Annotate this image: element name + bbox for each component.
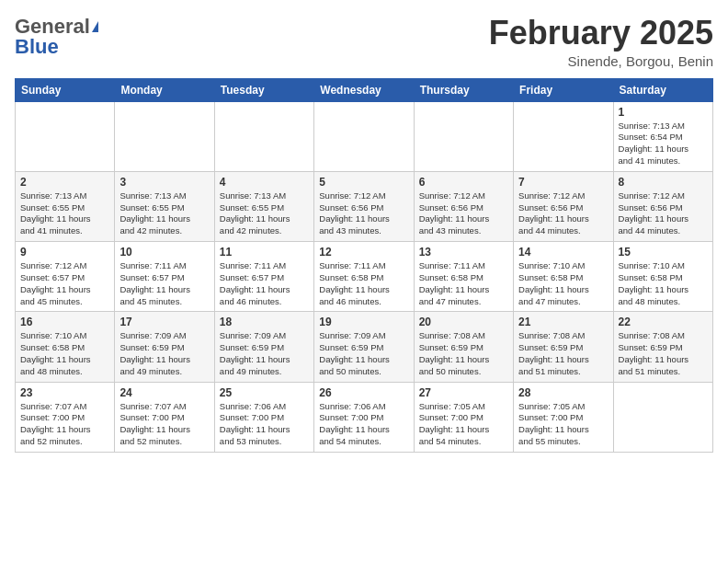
- calendar-cell: 3Sunrise: 7:13 AM Sunset: 6:55 PM Daylig…: [115, 171, 214, 241]
- day-number: 21: [518, 316, 608, 328]
- calendar-cell: 27Sunrise: 7:05 AM Sunset: 7:00 PM Dayli…: [414, 382, 513, 452]
- col-header-wednesday: Wednesday: [314, 78, 414, 101]
- day-number: 26: [319, 386, 408, 399]
- calendar-cell: [16, 101, 115, 171]
- calendar-cell: 4Sunrise: 7:13 AM Sunset: 6:55 PM Daylig…: [214, 171, 313, 241]
- calendar-table: SundayMondayTuesdayWednesdayThursdayFrid…: [15, 78, 713, 453]
- calendar-cell: 16Sunrise: 7:10 AM Sunset: 6:58 PM Dayli…: [16, 312, 115, 382]
- calendar-cell: 12Sunrise: 7:11 AM Sunset: 6:58 PM Dayli…: [314, 242, 414, 312]
- calendar-cell: [514, 101, 613, 171]
- day-info: Sunrise: 7:12 AM Sunset: 6:56 PM Dayligh…: [518, 190, 608, 237]
- day-number: 28: [518, 386, 608, 399]
- calendar-cell: 7Sunrise: 7:12 AM Sunset: 6:56 PM Daylig…: [514, 171, 613, 241]
- day-number: 7: [518, 176, 608, 189]
- calendar-week-row: 1Sunrise: 7:13 AM Sunset: 6:54 PM Daylig…: [16, 101, 713, 171]
- col-header-sunday: Sunday: [16, 78, 115, 101]
- day-info: Sunrise: 7:06 AM Sunset: 7:00 PM Dayligh…: [319, 401, 408, 448]
- day-info: Sunrise: 7:05 AM Sunset: 7:00 PM Dayligh…: [518, 401, 608, 448]
- calendar-cell: 2Sunrise: 7:13 AM Sunset: 6:55 PM Daylig…: [16, 171, 115, 241]
- day-info: Sunrise: 7:13 AM Sunset: 6:55 PM Dayligh…: [20, 190, 109, 237]
- calendar-cell: 26Sunrise: 7:06 AM Sunset: 7:00 PM Dayli…: [314, 382, 414, 452]
- col-header-thursday: Thursday: [414, 78, 513, 101]
- calendar-cell: 22Sunrise: 7:08 AM Sunset: 6:59 PM Dayli…: [613, 312, 712, 382]
- day-info: Sunrise: 7:12 AM Sunset: 6:56 PM Dayligh…: [619, 190, 708, 237]
- day-info: Sunrise: 7:12 AM Sunset: 6:57 PM Dayligh…: [20, 260, 109, 307]
- calendar-cell: 10Sunrise: 7:11 AM Sunset: 6:57 PM Dayli…: [115, 242, 214, 312]
- day-info: Sunrise: 7:11 AM Sunset: 6:58 PM Dayligh…: [419, 260, 508, 307]
- day-number: 14: [518, 246, 608, 259]
- logo-blue-text: Blue: [15, 35, 59, 59]
- day-info: Sunrise: 7:07 AM Sunset: 7:00 PM Dayligh…: [20, 401, 109, 448]
- calendar-cell: 14Sunrise: 7:10 AM Sunset: 6:58 PM Dayli…: [514, 242, 613, 312]
- day-info: Sunrise: 7:08 AM Sunset: 6:59 PM Dayligh…: [419, 330, 508, 377]
- day-info: Sunrise: 7:10 AM Sunset: 6:58 PM Dayligh…: [518, 260, 608, 307]
- day-info: Sunrise: 7:09 AM Sunset: 6:59 PM Dayligh…: [319, 330, 408, 377]
- col-header-friday: Friday: [514, 78, 613, 101]
- day-info: Sunrise: 7:07 AM Sunset: 7:00 PM Dayligh…: [119, 401, 209, 448]
- day-number: 25: [220, 386, 309, 399]
- calendar-cell: 6Sunrise: 7:12 AM Sunset: 6:56 PM Daylig…: [414, 171, 513, 241]
- day-number: 23: [20, 386, 109, 399]
- day-info: Sunrise: 7:10 AM Sunset: 6:58 PM Dayligh…: [619, 260, 708, 307]
- title-block: February 2025 Sinende, Borgou, Benin: [489, 15, 713, 69]
- calendar-cell: 28Sunrise: 7:05 AM Sunset: 7:00 PM Dayli…: [514, 382, 613, 452]
- calendar-week-row: 9Sunrise: 7:12 AM Sunset: 6:57 PM Daylig…: [16, 242, 713, 312]
- calendar-cell: [314, 101, 414, 171]
- calendar-cell: 17Sunrise: 7:09 AM Sunset: 6:59 PM Dayli…: [115, 312, 214, 382]
- month-title: February 2025: [489, 15, 713, 52]
- calendar-cell: 23Sunrise: 7:07 AM Sunset: 7:00 PM Dayli…: [16, 382, 115, 452]
- day-info: Sunrise: 7:13 AM Sunset: 6:55 PM Dayligh…: [220, 190, 309, 237]
- calendar-week-row: 23Sunrise: 7:07 AM Sunset: 7:00 PM Dayli…: [16, 382, 713, 452]
- day-info: Sunrise: 7:10 AM Sunset: 6:58 PM Dayligh…: [20, 330, 109, 377]
- day-info: Sunrise: 7:05 AM Sunset: 7:00 PM Dayligh…: [419, 401, 508, 448]
- day-info: Sunrise: 7:13 AM Sunset: 6:54 PM Dayligh…: [619, 121, 708, 167]
- calendar-cell: 15Sunrise: 7:10 AM Sunset: 6:58 PM Dayli…: [613, 242, 712, 312]
- calendar-cell: 11Sunrise: 7:11 AM Sunset: 6:57 PM Dayli…: [214, 242, 313, 312]
- calendar-cell: 9Sunrise: 7:12 AM Sunset: 6:57 PM Daylig…: [16, 242, 115, 312]
- day-number: 8: [619, 176, 708, 189]
- day-number: 9: [20, 246, 109, 259]
- col-header-monday: Monday: [115, 78, 214, 101]
- calendar-cell: 1Sunrise: 7:13 AM Sunset: 6:54 PM Daylig…: [613, 101, 712, 171]
- logo-triangle-icon: [92, 21, 98, 32]
- logo: General Blue: [15, 15, 98, 59]
- col-header-tuesday: Tuesday: [214, 78, 313, 101]
- day-info: Sunrise: 7:12 AM Sunset: 6:56 PM Dayligh…: [319, 190, 408, 237]
- calendar-cell: 24Sunrise: 7:07 AM Sunset: 7:00 PM Dayli…: [115, 382, 214, 452]
- calendar-cell: 19Sunrise: 7:09 AM Sunset: 6:59 PM Dayli…: [314, 312, 414, 382]
- calendar-header-row: SundayMondayTuesdayWednesdayThursdayFrid…: [16, 78, 713, 101]
- day-number: 20: [419, 316, 508, 328]
- col-header-saturday: Saturday: [613, 78, 712, 101]
- page-header: General Blue February 2025 Sinende, Borg…: [15, 15, 713, 69]
- calendar-week-row: 16Sunrise: 7:10 AM Sunset: 6:58 PM Dayli…: [16, 312, 713, 382]
- day-number: 2: [20, 176, 109, 189]
- day-number: 13: [419, 246, 508, 259]
- calendar-cell: 5Sunrise: 7:12 AM Sunset: 6:56 PM Daylig…: [314, 171, 414, 241]
- calendar-cell: [613, 382, 712, 452]
- calendar-cell: 18Sunrise: 7:09 AM Sunset: 6:59 PM Dayli…: [214, 312, 313, 382]
- day-info: Sunrise: 7:13 AM Sunset: 6:55 PM Dayligh…: [119, 190, 209, 237]
- day-number: 22: [619, 316, 708, 328]
- day-number: 16: [20, 316, 109, 328]
- day-info: Sunrise: 7:08 AM Sunset: 6:59 PM Dayligh…: [619, 330, 708, 377]
- day-number: 12: [319, 246, 408, 259]
- day-number: 24: [119, 386, 209, 399]
- calendar-cell: 21Sunrise: 7:08 AM Sunset: 6:59 PM Dayli…: [514, 312, 613, 382]
- day-number: 5: [319, 176, 408, 189]
- day-number: 3: [119, 176, 209, 189]
- calendar-cell: [214, 101, 313, 171]
- calendar-cell: [115, 101, 214, 171]
- calendar-cell: 8Sunrise: 7:12 AM Sunset: 6:56 PM Daylig…: [613, 171, 712, 241]
- calendar-week-row: 2Sunrise: 7:13 AM Sunset: 6:55 PM Daylig…: [16, 171, 713, 241]
- day-info: Sunrise: 7:09 AM Sunset: 6:59 PM Dayligh…: [119, 330, 209, 377]
- day-number: 17: [119, 316, 209, 328]
- day-number: 6: [419, 176, 508, 189]
- location: Sinende, Borgou, Benin: [489, 53, 713, 69]
- day-number: 10: [119, 246, 209, 259]
- day-info: Sunrise: 7:11 AM Sunset: 6:57 PM Dayligh…: [220, 260, 309, 307]
- day-info: Sunrise: 7:08 AM Sunset: 6:59 PM Dayligh…: [518, 330, 608, 377]
- day-number: 11: [220, 246, 309, 259]
- day-info: Sunrise: 7:12 AM Sunset: 6:56 PM Dayligh…: [419, 190, 508, 237]
- day-number: 27: [419, 386, 508, 399]
- day-number: 4: [220, 176, 309, 189]
